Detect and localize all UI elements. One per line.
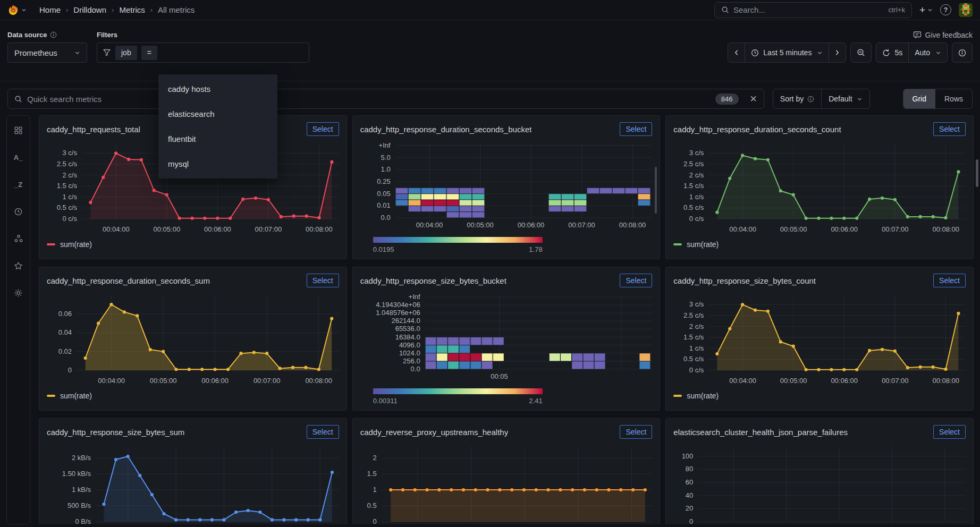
x-axis-label: 00:07:00	[255, 225, 282, 233]
sidebar-item-settings-gear[interactable]	[13, 287, 24, 299]
x-axis-labels: 00:04:0000:05:0000:06:0000:07:0000:08:00	[47, 225, 339, 236]
panel-header: caddy_http_response_duration_seconds_cou…	[673, 120, 966, 138]
panel-select-button[interactable]: Select	[620, 425, 652, 439]
y-axis-label: 1024.0	[360, 349, 420, 357]
sidebar-item-apps-grid[interactable]	[13, 124, 24, 136]
colorbar-labels: 0.003112.41	[360, 397, 653, 406]
new-create-button[interactable]: +	[919, 5, 933, 15]
y-axis-label: 20	[673, 504, 693, 512]
y-axis-label: 1.5 c/s	[673, 182, 704, 190]
x-axis-labels: 00:04:0000:05:0000:06:0000:07:0000:08:00	[360, 221, 653, 232]
give-feedback-link[interactable]: Give feedback	[913, 31, 973, 39]
y-axis-label: 2 kB/s	[47, 454, 91, 462]
datasource-picker[interactable]: Prometheus	[7, 42, 87, 63]
line-chart	[360, 443, 653, 524]
legend-series-label[interactable]: sum(rate)	[687, 392, 719, 400]
settings-gear-icon	[14, 288, 23, 298]
x-axis-label: 00:04:00	[729, 225, 756, 233]
sort-alpha-asc-icon: A_	[14, 154, 23, 162]
panel-scrollbar-thumb[interactable]	[655, 167, 657, 214]
metric-panel: caddy_http_response_duration_seconds_sum…	[39, 267, 347, 411]
quick-search-input[interactable]	[27, 95, 711, 104]
sidebar-item-star[interactable]	[13, 260, 24, 271]
filter-option[interactable]: mysql	[158, 151, 277, 176]
datasource-value: Prometheus	[14, 48, 57, 57]
sort-value-picker[interactable]: Default	[821, 89, 869, 108]
panel-select-button[interactable]: Select	[933, 122, 966, 136]
clear-search-icon[interactable]: ✕	[750, 94, 757, 105]
quick-search-box[interactable]: 846 ✕	[7, 89, 764, 109]
user-avatar[interactable]	[959, 3, 973, 17]
y-axis-label: 2	[360, 454, 377, 462]
filter-option[interactable]: elasticsearch	[158, 101, 277, 126]
colorbar-min: 0.0195	[373, 245, 394, 253]
refresh-mode-picker[interactable]: Auto	[908, 43, 947, 62]
legend-series-color	[47, 395, 55, 397]
time-controls: Last 5 minutes 5s Auto	[728, 42, 973, 63]
sidebar-item-history-clock[interactable]	[13, 206, 24, 217]
help-button[interactable]: ?	[940, 4, 951, 15]
y-axis-label: 0	[673, 517, 693, 524]
panel-select-button[interactable]: Select	[620, 122, 652, 136]
breadcrumb-drilldown[interactable]: Drilldown	[73, 5, 106, 14]
legend-series-label[interactable]: sum(rate)	[60, 240, 92, 249]
view-rows-button[interactable]: Rows	[935, 89, 972, 108]
filter-option[interactable]: fluentbit	[158, 126, 277, 151]
legend-series-label[interactable]: sum(rate)	[687, 240, 719, 249]
breadcrumb-metrics[interactable]: Metrics	[119, 5, 145, 14]
x-axis-label: 00:07:00	[254, 377, 281, 385]
time-range-picker[interactable]: Last 5 minutes	[745, 43, 829, 62]
y-axis-label: 2 c/s	[47, 171, 77, 179]
y-axis-label: 80	[673, 465, 693, 473]
x-axis-label: 00:08:00	[932, 225, 959, 233]
y-axis-label: 0.5	[360, 502, 377, 509]
filter-key-pill[interactable]: job	[115, 46, 137, 60]
y-axis-label: 0.0	[360, 214, 391, 222]
panel-select-button[interactable]: Select	[933, 425, 966, 439]
filters-input[interactable]: job =	[97, 42, 309, 63]
x-axis-label: 00:04:00	[416, 221, 443, 229]
y-axis-label: 0.05	[360, 190, 391, 198]
refresh-button[interactable]: 5s	[876, 43, 908, 62]
zoom-out-button[interactable]	[851, 43, 871, 62]
y-axis-label: 0 c/s	[673, 215, 704, 223]
time-range-value: Last 5 minutes	[763, 48, 812, 57]
sidebar-item-sort-alpha-asc[interactable]: A_	[13, 151, 24, 163]
y-axis-label: 2.5 c/s	[673, 311, 704, 319]
legend-series-label[interactable]: sum(rate)	[60, 392, 92, 400]
filter-value-dropdown: caddy hostselasticsearchfluentbitmysql	[158, 74, 277, 178]
left-icon-sidebar: A__Z	[6, 115, 30, 524]
info-button[interactable]	[952, 43, 972, 62]
filter-option[interactable]: caddy hosts	[158, 76, 277, 101]
y-axis-label: 0.25	[360, 177, 391, 185]
zoom-out-icon	[857, 48, 865, 57]
x-axis-label: 00:05	[491, 372, 508, 380]
time-shift-back-button[interactable]	[728, 43, 745, 62]
x-axis-label: 00:05:00	[780, 377, 807, 385]
panel-select-button[interactable]: Select	[307, 122, 339, 136]
view-grid-button[interactable]: Grid	[903, 89, 935, 108]
global-search-input[interactable]	[733, 5, 884, 14]
y-axis-label: 1.5 c/s	[673, 333, 704, 341]
grafana-logo-menu[interactable]	[7, 4, 27, 16]
x-axis-label: 00:06:00	[831, 225, 858, 233]
panel-chart: 2 kB/s1.50 kB/s1 kB/s500 B/s0 B/s	[47, 443, 339, 524]
panel-select-button[interactable]: Select	[620, 274, 652, 287]
panel-select-button[interactable]: Select	[933, 274, 966, 287]
breadcrumb-home[interactable]: Home	[39, 5, 61, 14]
sidebar-item-sort-alpha-desc[interactable]: _Z	[13, 178, 24, 190]
result-count-badge: 846	[715, 94, 739, 105]
panel-header: caddy_http_response_duration_seconds_sum…	[47, 271, 339, 290]
y-axis-label: 3 c/s	[673, 300, 704, 308]
time-shift-forward-button[interactable]	[829, 43, 846, 62]
legend-series-color	[673, 395, 682, 397]
panel-chart: +Inf5.01.00.250.050.010.0	[360, 140, 653, 220]
global-search-box[interactable]: ctrl+k	[714, 2, 912, 18]
y-axis-label: 4.194304e+06	[360, 301, 420, 309]
panel-select-button[interactable]: Select	[307, 274, 339, 287]
filter-operator-pill[interactable]: =	[141, 46, 157, 60]
panel-chart: 0.060.040.020	[47, 292, 339, 376]
page-scrollbar-thumb[interactable]	[976, 159, 978, 187]
panel-select-button[interactable]: Select	[307, 425, 339, 439]
sidebar-item-related-group[interactable]	[13, 233, 24, 244]
